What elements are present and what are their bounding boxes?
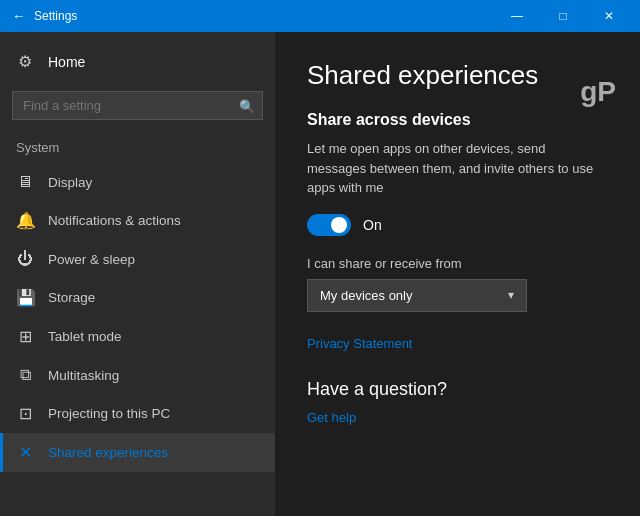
search-icon: 🔍 [239, 98, 255, 113]
display-icon: 🖥 [16, 173, 34, 191]
content-area: gP Shared experiences Share across devic… [275, 32, 640, 516]
share-toggle[interactable] [307, 214, 351, 236]
share-from-label: I can share or receive from [307, 256, 608, 271]
maximize-button[interactable]: □ [540, 0, 586, 32]
storage-label: Storage [48, 290, 95, 305]
window-title: Settings [34, 9, 77, 23]
description-text: Let me open apps on other devices, send … [307, 139, 608, 198]
system-section-label: System [0, 136, 275, 163]
tablet-icon: ⊞ [16, 327, 34, 346]
storage-icon: 💾 [16, 288, 34, 307]
gp-logo: gP [580, 76, 616, 108]
sidebar-item-projecting[interactable]: ⊡ Projecting to this PC [0, 394, 275, 433]
back-button[interactable]: ← [12, 8, 26, 24]
window-controls: — □ ✕ [494, 0, 632, 32]
question-title: Have a question? [307, 379, 608, 400]
notifications-icon: 🔔 [16, 211, 34, 230]
privacy-statement-link[interactable]: Privacy Statement [307, 336, 608, 351]
shared-icon: ✕ [16, 443, 34, 462]
projecting-label: Projecting to this PC [48, 406, 170, 421]
toggle-label: On [363, 217, 382, 233]
sidebar-item-storage[interactable]: 💾 Storage [0, 278, 275, 317]
toggle-row: On [307, 214, 608, 236]
sidebar-item-home[interactable]: ⚙ Home [0, 40, 275, 83]
page-title: Shared experiences [307, 60, 608, 91]
sidebar-item-multitasking[interactable]: ⧉ Multitasking [0, 356, 275, 394]
multitasking-label: Multitasking [48, 368, 119, 383]
tablet-label: Tablet mode [48, 329, 122, 344]
sidebar-item-notifications[interactable]: 🔔 Notifications & actions [0, 201, 275, 240]
home-icon: ⚙ [16, 52, 34, 71]
titlebar-left: ← Settings [12, 8, 77, 24]
shared-label: Shared experiences [48, 445, 168, 460]
power-label: Power & sleep [48, 252, 135, 267]
home-label: Home [48, 54, 85, 70]
search-input[interactable] [12, 91, 263, 120]
app-container: ⚙ Home 🔍 System 🖥 Display 🔔 Notification… [0, 32, 640, 516]
display-label: Display [48, 175, 92, 190]
dropdown-value: My devices only [320, 288, 412, 303]
dropdown-arrow-icon: ▾ [508, 288, 514, 302]
sidebar: ⚙ Home 🔍 System 🖥 Display 🔔 Notification… [0, 32, 275, 516]
projecting-icon: ⊡ [16, 404, 34, 423]
sidebar-item-display[interactable]: 🖥 Display [0, 163, 275, 201]
power-icon: ⏻ [16, 250, 34, 268]
devices-dropdown[interactable]: My devices only ▾ [307, 279, 527, 312]
titlebar: ← Settings — □ ✕ [0, 0, 640, 32]
multitasking-icon: ⧉ [16, 366, 34, 384]
sidebar-item-tablet[interactable]: ⊞ Tablet mode [0, 317, 275, 356]
sidebar-item-power[interactable]: ⏻ Power & sleep [0, 240, 275, 278]
toggle-thumb [331, 217, 347, 233]
close-button[interactable]: ✕ [586, 0, 632, 32]
minimize-button[interactable]: — [494, 0, 540, 32]
share-section-title: Share across devices [307, 111, 608, 129]
sidebar-item-shared[interactable]: ✕ Shared experiences [0, 433, 275, 472]
notifications-label: Notifications & actions [48, 213, 181, 228]
search-box: 🔍 [12, 91, 263, 120]
get-help-link[interactable]: Get help [307, 410, 356, 425]
